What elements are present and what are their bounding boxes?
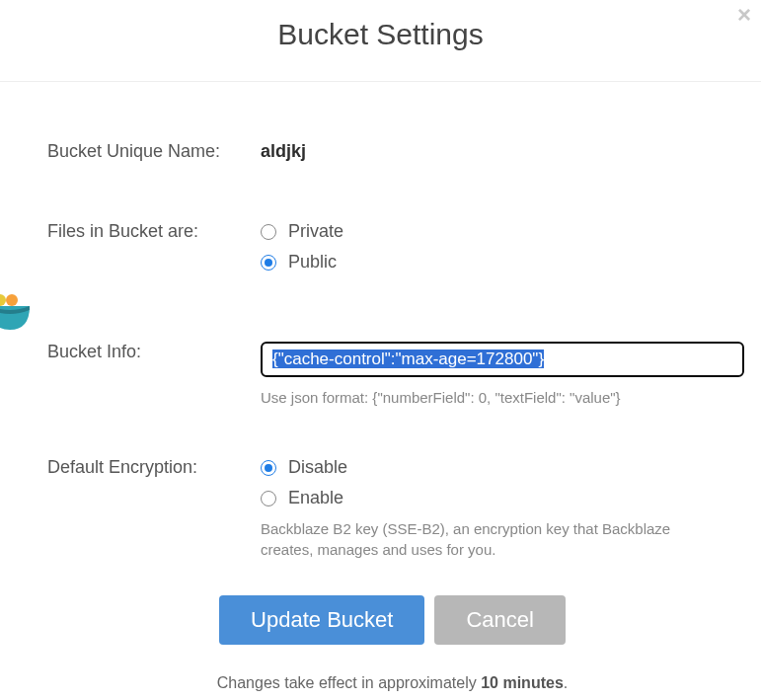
note-suffix: . bbox=[564, 674, 568, 691]
svg-point-1 bbox=[6, 294, 18, 306]
radio-label-private: Private bbox=[288, 221, 343, 242]
radio-icon bbox=[261, 460, 276, 476]
cancel-button[interactable]: Cancel bbox=[434, 595, 565, 645]
row-files-privacy: Files in Bucket are: Private Public bbox=[47, 221, 737, 282]
modal-title: Bucket Settings bbox=[0, 18, 761, 51]
close-icon[interactable]: × bbox=[737, 3, 751, 27]
row-bucket-info: Bucket Info: {"cache-control":"max-age=1… bbox=[47, 342, 737, 408]
note-prefix: Changes take effect in approximately bbox=[217, 674, 481, 691]
bucket-info-value: {"cache-control":"max-age=172800"} bbox=[272, 350, 544, 368]
radio-option-public[interactable]: Public bbox=[261, 252, 737, 272]
label-bucket-info: Bucket Info: bbox=[47, 342, 261, 362]
modal-header: Bucket Settings × bbox=[0, 0, 761, 82]
radio-option-disable[interactable]: Disable bbox=[261, 457, 737, 478]
row-default-encryption: Default Encryption: Disable Enable Backb… bbox=[47, 457, 737, 560]
radio-icon bbox=[261, 255, 276, 271]
radio-label-disable: Disable bbox=[288, 457, 347, 478]
label-default-encryption: Default Encryption: bbox=[47, 457, 261, 478]
bowl-fruit-icon bbox=[0, 292, 30, 332]
modal-footer: Update Bucket Cancel Changes take effect… bbox=[47, 595, 737, 692]
svg-point-0 bbox=[0, 294, 6, 306]
row-unique-name: Bucket Unique Name: aldjkj bbox=[47, 141, 737, 162]
note-bold: 10 minutes bbox=[481, 674, 564, 691]
update-bucket-button[interactable]: Update Bucket bbox=[219, 595, 424, 645]
label-unique-name: Bucket Unique Name: bbox=[47, 141, 261, 162]
radio-label-enable: Enable bbox=[288, 488, 343, 508]
encryption-help: Backblaze B2 key (SSE-B2), an encryption… bbox=[261, 518, 695, 560]
radio-option-private[interactable]: Private bbox=[261, 221, 737, 242]
radio-icon bbox=[261, 491, 276, 506]
value-unique-name: aldjkj bbox=[261, 141, 306, 161]
radio-option-enable[interactable]: Enable bbox=[261, 488, 737, 508]
label-files-privacy: Files in Bucket are: bbox=[47, 221, 261, 242]
modal-body: Bucket Unique Name: aldjkj Files in Buck… bbox=[0, 82, 761, 700]
bucket-settings-modal: Bucket Settings × Bucket Unique Name: al… bbox=[0, 0, 761, 700]
radio-label-public: Public bbox=[288, 252, 337, 272]
footer-note: Changes take effect in approximately 10 … bbox=[47, 674, 737, 692]
bucket-info-help: Use json format: {"numberField": 0, "tex… bbox=[261, 387, 744, 408]
bucket-info-input[interactable]: {"cache-control":"max-age=172800"} bbox=[261, 342, 744, 377]
radio-icon bbox=[261, 224, 276, 240]
